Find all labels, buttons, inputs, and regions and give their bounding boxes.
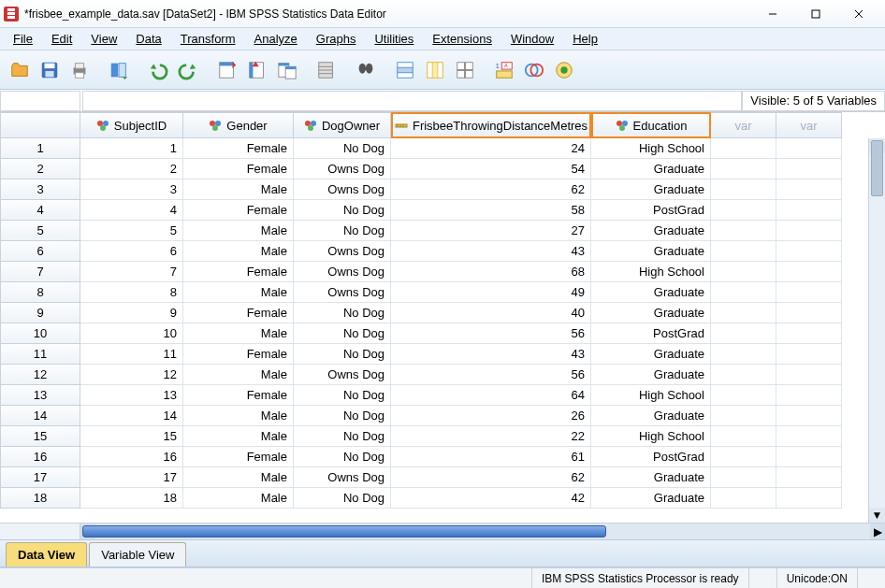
data-cell[interactable]: Graduate	[591, 488, 711, 509]
data-cell[interactable]: Owns Dog	[294, 179, 391, 200]
empty-cell[interactable]	[776, 241, 842, 262]
data-cell[interactable]: Owns Dog	[294, 467, 391, 488]
data-cell[interactable]: Male	[183, 179, 294, 200]
data-cell[interactable]: 68	[391, 262, 591, 282]
empty-cell[interactable]	[711, 179, 776, 200]
data-cell[interactable]: 11	[80, 344, 183, 365]
cell-reference-box[interactable]	[0, 91, 80, 111]
row-header[interactable]: 11	[0, 344, 80, 365]
data-cell[interactable]: 15	[80, 426, 183, 447]
data-cell[interactable]: No Dog	[294, 303, 391, 323]
data-cell[interactable]: 58	[391, 200, 591, 221]
data-cell[interactable]: Female	[183, 262, 294, 282]
menu-file[interactable]: File	[4, 29, 42, 49]
data-cell[interactable]: No Dog	[294, 385, 391, 406]
data-cell[interactable]: 43	[391, 241, 591, 262]
data-cell[interactable]: No Dog	[294, 323, 391, 344]
data-cell[interactable]: 8	[80, 282, 183, 303]
save-icon[interactable]	[36, 56, 64, 84]
data-cell[interactable]: Owns Dog	[294, 159, 391, 179]
data-cell[interactable]: No Dog	[294, 138, 391, 159]
empty-cell[interactable]	[776, 138, 842, 159]
data-cell[interactable]: 61	[391, 447, 591, 467]
data-cell[interactable]: High School	[591, 426, 711, 447]
data-cell[interactable]: Graduate	[591, 344, 711, 365]
column-header-education[interactable]: Education	[591, 112, 711, 138]
data-cell[interactable]: 26	[391, 406, 591, 426]
data-cell[interactable]: 17	[80, 467, 183, 488]
corner-header[interactable]	[0, 112, 80, 138]
data-cell[interactable]: Graduate	[591, 303, 711, 323]
data-cell[interactable]: No Dog	[294, 200, 391, 221]
empty-cell[interactable]	[711, 262, 776, 282]
empty-cell[interactable]	[711, 138, 776, 159]
cell-value-box[interactable]	[82, 91, 742, 111]
empty-cell[interactable]	[776, 488, 842, 509]
run-descriptives-icon[interactable]	[312, 56, 341, 84]
empty-cell[interactable]	[776, 385, 842, 406]
column-header-gender[interactable]: Gender	[183, 112, 294, 138]
scroll-down-icon[interactable]: ▼	[869, 508, 885, 523]
empty-cell[interactable]	[776, 426, 842, 447]
row-header[interactable]: 8	[0, 282, 80, 303]
row-header[interactable]: 16	[0, 447, 80, 467]
menu-utilities[interactable]: Utilities	[365, 29, 423, 49]
empty-cell[interactable]	[711, 241, 776, 262]
data-cell[interactable]: Female	[183, 447, 294, 467]
data-cell[interactable]: 16	[80, 447, 183, 467]
data-cell[interactable]: 14	[80, 406, 183, 426]
empty-cell[interactable]	[776, 323, 842, 344]
data-cell[interactable]: 9	[80, 303, 183, 323]
data-cell[interactable]: Graduate	[591, 179, 711, 200]
data-cell[interactable]: Male	[183, 426, 294, 447]
data-cell[interactable]: 62	[391, 179, 591, 200]
data-cell[interactable]: Female	[183, 200, 294, 221]
data-cell[interactable]: Graduate	[591, 221, 711, 241]
vertical-scrollbar[interactable]: ▲ ▼	[868, 138, 885, 523]
data-cell[interactable]: 2	[80, 159, 183, 179]
variables-icon[interactable]	[273, 56, 301, 84]
column-header-frisbee[interactable]: FrisbeeThrowingDistanceMetres	[391, 112, 591, 138]
data-cell[interactable]: PostGrad	[591, 200, 711, 221]
scrollbar-thumb[interactable]	[82, 525, 606, 538]
minimize-button[interactable]	[752, 3, 793, 25]
data-cell[interactable]: 40	[391, 303, 591, 323]
empty-cell[interactable]	[776, 282, 842, 303]
empty-cell[interactable]	[711, 200, 776, 221]
data-cell[interactable]: 56	[391, 323, 591, 344]
data-cell[interactable]: Owns Dog	[294, 262, 391, 282]
row-header[interactable]: 7	[0, 262, 80, 282]
data-cell[interactable]: High School	[591, 138, 711, 159]
data-cell[interactable]: 4	[80, 200, 183, 221]
column-header-empty[interactable]: var	[776, 112, 842, 138]
data-cell[interactable]: Male	[183, 282, 294, 303]
data-cell[interactable]: Male	[183, 241, 294, 262]
menu-graphs[interactable]: Graphs	[307, 29, 366, 49]
use-sets-icon[interactable]	[520, 56, 548, 84]
row-header[interactable]: 12	[0, 365, 80, 385]
data-cell[interactable]: No Dog	[294, 221, 391, 241]
menu-view[interactable]: View	[81, 29, 126, 49]
empty-cell[interactable]	[776, 159, 842, 179]
data-cell[interactable]: 54	[391, 159, 591, 179]
tab-data-view[interactable]: Data View	[6, 542, 87, 566]
data-cell[interactable]: Owns Dog	[294, 282, 391, 303]
empty-cell[interactable]	[776, 262, 842, 282]
data-cell[interactable]: 49	[391, 282, 591, 303]
data-cell[interactable]: Graduate	[591, 159, 711, 179]
horizontal-scrollbar[interactable]: ◀ ▶	[80, 523, 885, 539]
empty-cell[interactable]	[711, 303, 776, 323]
data-cell[interactable]: 12	[80, 365, 183, 385]
data-cell[interactable]: 10	[80, 323, 183, 344]
empty-cell[interactable]	[711, 406, 776, 426]
column-header-subjectid[interactable]: SubjectID	[80, 112, 183, 138]
column-header-dogowner[interactable]: DogOwner	[294, 112, 391, 138]
empty-cell[interactable]	[711, 221, 776, 241]
data-cell[interactable]: PostGrad	[591, 447, 711, 467]
find-icon[interactable]	[352, 56, 380, 84]
data-cell[interactable]: PostGrad	[591, 323, 711, 344]
data-cell[interactable]: No Dog	[294, 447, 391, 467]
data-cell[interactable]: Graduate	[591, 282, 711, 303]
empty-cell[interactable]	[711, 365, 776, 385]
data-cell[interactable]: No Dog	[294, 344, 391, 365]
